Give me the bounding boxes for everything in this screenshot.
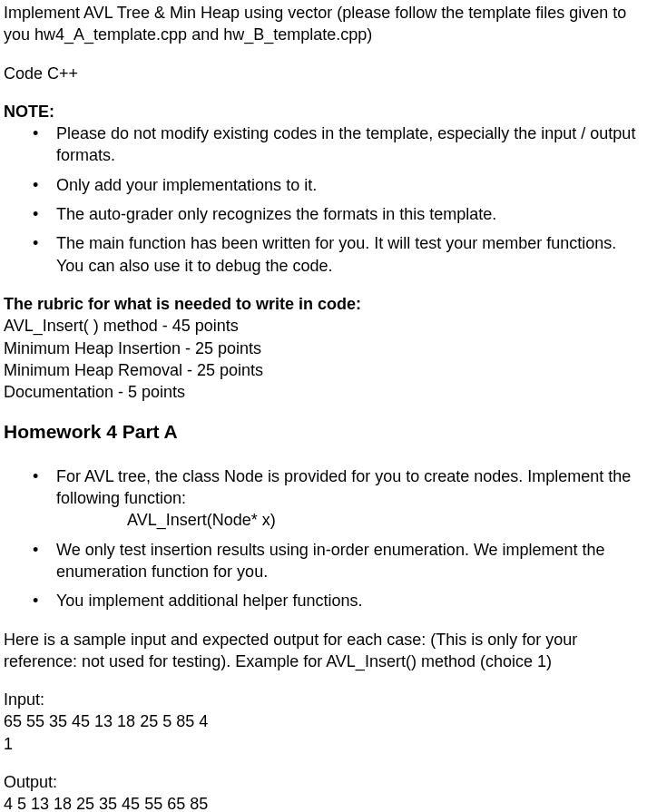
rubric-line: AVL_Insert( ) method - 45 points xyxy=(4,315,643,337)
note-list: Please do not modify existing codes in t… xyxy=(4,122,643,277)
output-line: 4 5 13 18 25 35 45 55 65 85 xyxy=(4,793,643,812)
rubric-heading: The rubric for what is needed to write i… xyxy=(4,293,643,315)
input-line: 1 xyxy=(4,733,643,755)
part-a-item-text: For AVL tree, the class Node is provided… xyxy=(56,467,631,507)
rubric-line: Documentation - 5 points xyxy=(4,381,643,403)
code-language: Code C++ xyxy=(4,63,643,84)
note-heading: NOTE: xyxy=(4,101,643,122)
output-block: Output: 4 5 13 18 25 35 45 55 65 85 xyxy=(4,771,643,812)
input-block: Input: 65 55 35 45 13 18 25 5 85 4 1 xyxy=(4,689,643,755)
output-label: Output: xyxy=(4,771,643,793)
note-item: The auto-grader only recognizes the form… xyxy=(4,203,643,225)
part-a-item: We only test insertion results using in-… xyxy=(4,539,643,583)
rubric-lines: AVL_Insert( ) method - 45 points Minimum… xyxy=(4,315,643,403)
input-label: Input: xyxy=(4,689,643,710)
part-a-heading: Homework 4 Part A xyxy=(4,419,643,445)
sample-intro: Here is a sample input and expected outp… xyxy=(4,629,643,673)
part-a-item: You implement additional helper function… xyxy=(4,590,643,611)
input-line: 65 55 35 45 13 18 25 5 85 4 xyxy=(4,710,643,732)
intro-paragraph: Implement AVL Tree & Min Heap using vect… xyxy=(4,2,643,46)
rubric-line: Minimum Heap Insertion - 25 points xyxy=(4,338,643,359)
part-a-item-code: AVL_Insert(Node* x) xyxy=(56,509,643,531)
part-a-item: For AVL tree, the class Node is provided… xyxy=(4,465,643,532)
rubric-line: Minimum Heap Removal - 25 points xyxy=(4,359,643,381)
part-a-list: For AVL tree, the class Node is provided… xyxy=(4,465,643,612)
note-item: Only add your implementations to it. xyxy=(4,174,643,196)
note-item: The main function has been written for y… xyxy=(4,232,643,277)
note-item: Please do not modify existing codes in t… xyxy=(4,122,643,167)
